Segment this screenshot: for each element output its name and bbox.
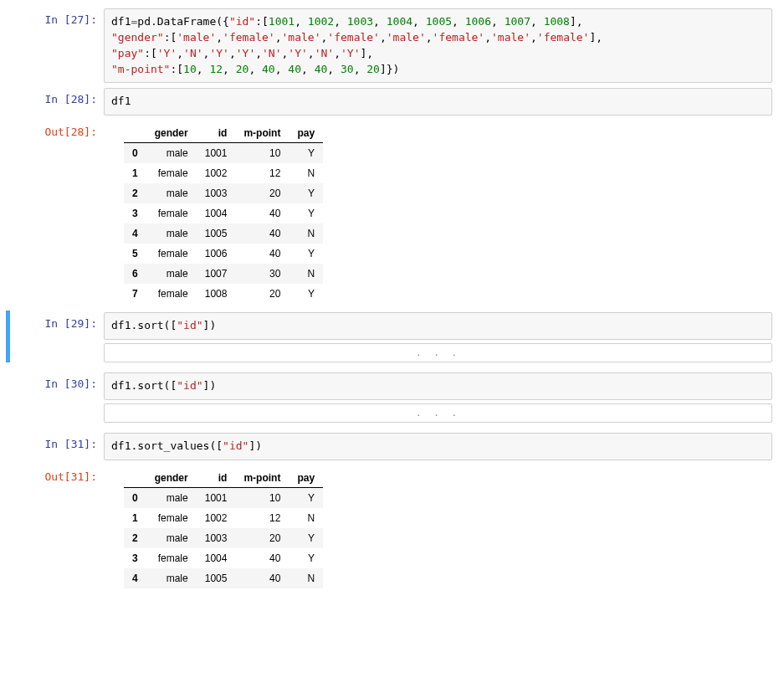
out-prompt: Out[31]: bbox=[12, 465, 104, 592]
cell-31-out: Out[31]: genderidm-pointpay0male100110Y1… bbox=[12, 464, 772, 593]
row-index: 2 bbox=[124, 528, 146, 548]
code-token: , bbox=[354, 63, 367, 75]
code-token: 1003 bbox=[347, 15, 373, 28]
code-token: 'female' bbox=[223, 31, 275, 44]
row-index: 1 bbox=[124, 163, 146, 183]
code-token: 12 bbox=[209, 63, 223, 75]
code-token: , bbox=[491, 15, 505, 28]
code-token: 'female' bbox=[433, 31, 485, 44]
cell: 1005 bbox=[197, 568, 236, 588]
table-row: 1female100212N bbox=[124, 163, 323, 183]
collapsed-output[interactable]: . . . bbox=[104, 343, 772, 362]
in-prompt: In [30]: bbox=[12, 372, 104, 400]
cell: 40 bbox=[235, 223, 289, 244]
code-token: , bbox=[452, 15, 465, 28]
code-token: 'Y' bbox=[341, 47, 360, 59]
cell: 40 bbox=[235, 568, 289, 588]
output-area: genderidm-pointpay0male100110Y1female100… bbox=[104, 465, 772, 592]
cell: 12 bbox=[235, 508, 289, 528]
row-index: 0 bbox=[124, 487, 146, 508]
table-header: gender bbox=[146, 469, 197, 488]
code-token: "gender" bbox=[111, 31, 164, 44]
in-prompt: In [28]: bbox=[12, 88, 104, 116]
code-input[interactable]: df1 bbox=[104, 88, 772, 116]
collapsed-output[interactable]: . . . bbox=[104, 403, 772, 423]
code-token: , bbox=[301, 63, 315, 75]
code-input[interactable]: df1.sort_values(["id"]) bbox=[104, 433, 772, 460]
table-row: 3female100440Y bbox=[124, 203, 323, 223]
code-token: 1001 bbox=[269, 15, 295, 28]
code-token: "m-point" bbox=[111, 63, 170, 75]
cell: Y bbox=[289, 244, 323, 264]
cell-28-in: In [28]: df1 bbox=[12, 86, 772, 117]
code-token: 'male' bbox=[282, 31, 321, 44]
row-index: 5 bbox=[124, 244, 146, 264]
code-token: "id" bbox=[229, 15, 255, 28]
code-token: 30 bbox=[341, 63, 354, 75]
code-token: ]) bbox=[203, 379, 217, 392]
code-token: , bbox=[275, 31, 282, 44]
in-prompt: In [27]: bbox=[12, 8, 104, 83]
code-token: df1.sort_values([ bbox=[111, 439, 223, 452]
code-token: , bbox=[334, 15, 347, 28]
code-token: 1006 bbox=[465, 15, 491, 28]
dataframe-table: genderidm-pointpay0male100110Y1female100… bbox=[124, 469, 323, 588]
cell: male bbox=[146, 223, 197, 244]
cell-28-out: Out[28]: genderidm-pointpay0male100110Y1… bbox=[12, 119, 772, 309]
cell: 30 bbox=[235, 264, 289, 284]
cell: 1004 bbox=[197, 203, 236, 223]
cell: N bbox=[289, 568, 323, 588]
code-token: :[ bbox=[255, 15, 269, 28]
cell: 1002 bbox=[197, 508, 236, 528]
cell: female bbox=[146, 163, 197, 183]
in-prompt: In [31]: bbox=[12, 433, 104, 460]
cell: 1005 bbox=[197, 223, 236, 244]
out-prompt: Out[28]: bbox=[12, 121, 104, 307]
code-token: , bbox=[177, 47, 183, 59]
code-input[interactable]: df1.sort(["id"]) bbox=[104, 372, 772, 400]
table-row: 7female100820Y bbox=[124, 284, 323, 304]
cell: 1007 bbox=[197, 264, 236, 284]
code-token: 'male' bbox=[491, 31, 530, 44]
code-input[interactable]: df1.sort(["id"]) bbox=[104, 312, 772, 340]
cell-29-in: In [29]: df1.sort(["id"]) bbox=[12, 311, 772, 342]
code-token: 10 bbox=[183, 63, 197, 75]
cell: male bbox=[146, 183, 197, 203]
cell: female bbox=[146, 548, 197, 568]
cell: 1001 bbox=[197, 487, 236, 508]
table-header: m-point bbox=[235, 469, 289, 488]
code-token: 1008 bbox=[544, 15, 570, 28]
cell: N bbox=[289, 163, 323, 183]
table-header: pay bbox=[289, 124, 323, 143]
table-row: 5female100640Y bbox=[124, 244, 323, 264]
table-row: 4male100540N bbox=[124, 568, 323, 588]
cell: 1003 bbox=[197, 528, 236, 548]
table-row: 4male100540N bbox=[124, 223, 323, 244]
code-token: , bbox=[229, 47, 236, 59]
code-token: 1002 bbox=[308, 15, 334, 28]
dataframe-table: genderidm-pointpay0male100110Y1female100… bbox=[124, 124, 323, 304]
cell: Y bbox=[289, 284, 323, 304]
code-token: ], bbox=[570, 15, 583, 28]
code-token: 1004 bbox=[387, 15, 412, 28]
table-header: id bbox=[197, 469, 236, 488]
row-index: 7 bbox=[124, 284, 146, 304]
code-token: , bbox=[412, 15, 426, 28]
cell: Y bbox=[289, 487, 323, 508]
code-token: 20 bbox=[366, 63, 380, 75]
cell: 1003 bbox=[197, 183, 236, 203]
code-token: ], bbox=[360, 47, 373, 59]
code-token: 40 bbox=[262, 63, 275, 75]
table-row: 1female100212N bbox=[124, 508, 323, 528]
cell: 20 bbox=[235, 183, 289, 203]
code-token: , bbox=[530, 15, 544, 28]
code-token: ]) bbox=[203, 319, 217, 331]
code-token: 'N' bbox=[262, 47, 281, 59]
cell: N bbox=[289, 223, 323, 244]
code-token: :[ bbox=[144, 47, 157, 59]
code-input[interactable]: df1=pd.DataFrame({"id":[1001, 1002, 1003… bbox=[104, 8, 772, 83]
cell: 1004 bbox=[197, 548, 236, 568]
code-token: , bbox=[484, 31, 491, 44]
cell: 40 bbox=[235, 244, 289, 264]
code-token: 'Y' bbox=[209, 47, 228, 59]
